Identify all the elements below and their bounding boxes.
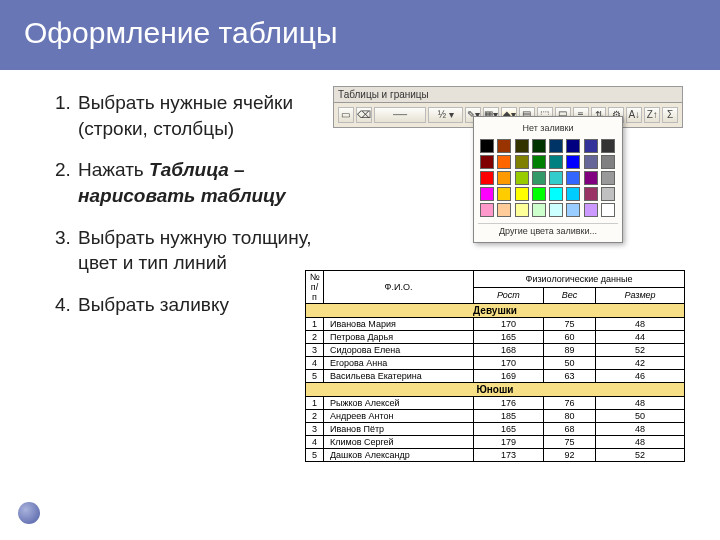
color-swatch[interactable]: [532, 155, 546, 169]
table-row: 3Сидорова Елена1688952: [306, 344, 685, 357]
color-swatch[interactable]: [480, 139, 494, 153]
color-swatch[interactable]: [532, 203, 546, 217]
step-item: Выбрать нужную толщину, цвет и тип линий: [76, 225, 313, 276]
color-swatch[interactable]: [566, 139, 580, 153]
cell-s: 48: [596, 318, 685, 331]
cell-w: 63: [543, 370, 595, 383]
color-swatch[interactable]: [532, 171, 546, 185]
cell-s: 44: [596, 331, 685, 344]
cell-fio: Иванова Мария: [324, 318, 474, 331]
color-swatch[interactable]: [601, 155, 615, 169]
cell-num: 2: [306, 331, 324, 344]
color-swatch[interactable]: [566, 155, 580, 169]
color-swatch[interactable]: [549, 155, 563, 169]
cell-h: 176: [474, 397, 544, 410]
cell-w: 92: [543, 449, 595, 462]
table-row: 1Рыжков Алексей1767648: [306, 397, 685, 410]
cell-fio: Андреев Антон: [324, 410, 474, 423]
color-swatch[interactable]: [480, 171, 494, 185]
color-swatch[interactable]: [497, 155, 511, 169]
col-height: Рост: [474, 287, 544, 304]
step-item: Выбрать заливку: [76, 292, 313, 318]
cell-h: 170: [474, 357, 544, 370]
table-row: 4Егорова Анна1705042: [306, 357, 685, 370]
color-swatch[interactable]: [515, 139, 529, 153]
table-row: 5Васильева Екатерина1696346: [306, 370, 685, 383]
color-swatch[interactable]: [584, 171, 598, 185]
cell-w: 75: [543, 318, 595, 331]
color-swatch[interactable]: [584, 203, 598, 217]
color-swatch[interactable]: [497, 139, 511, 153]
cell-s: 48: [596, 436, 685, 449]
cell-fio: Васильева Екатерина: [324, 370, 474, 383]
color-swatch[interactable]: [515, 187, 529, 201]
eraser-icon[interactable]: ⌫: [356, 107, 372, 123]
color-swatch[interactable]: [549, 139, 563, 153]
col-num: № п/п: [306, 271, 324, 304]
line-style-select[interactable]: ──: [374, 107, 426, 123]
cell-fio: Климов Сергей: [324, 436, 474, 449]
color-swatch[interactable]: [584, 139, 598, 153]
color-swatch[interactable]: [480, 155, 494, 169]
cell-w: 76: [543, 397, 595, 410]
color-swatch[interactable]: [497, 187, 511, 201]
cell-h: 165: [474, 423, 544, 436]
color-swatch[interactable]: [532, 187, 546, 201]
color-swatch[interactable]: [566, 203, 580, 217]
step-item: Выбрать нужные ячейки (строки, столбцы): [76, 90, 313, 141]
cell-num: 2: [306, 410, 324, 423]
cell-w: 89: [543, 344, 595, 357]
cell-num: 5: [306, 370, 324, 383]
cell-w: 50: [543, 357, 595, 370]
color-swatch[interactable]: [566, 187, 580, 201]
cell-num: 1: [306, 397, 324, 410]
sort-desc-icon[interactable]: Z↑: [644, 107, 660, 123]
color-swatch[interactable]: [515, 171, 529, 185]
draw-table-icon[interactable]: ▭: [338, 107, 354, 123]
table-row: 3Иванов Пётр1656848: [306, 423, 685, 436]
cell-fio: Петрова Дарья: [324, 331, 474, 344]
color-swatch[interactable]: [515, 203, 529, 217]
color-swatch[interactable]: [549, 203, 563, 217]
tables-borders-toolbar: Таблицы и границы ▭ ⌫ ── ½ ▾ ✎▾ ▦▾ ◆▾ ▤ …: [333, 86, 683, 128]
color-swatch[interactable]: [497, 171, 511, 185]
cell-h: 168: [474, 344, 544, 357]
sort-asc-icon[interactable]: A↓: [626, 107, 642, 123]
color-swatch[interactable]: [601, 203, 615, 217]
cell-num: 3: [306, 344, 324, 357]
cell-s: 46: [596, 370, 685, 383]
color-swatch[interactable]: [480, 203, 494, 217]
cell-h: 179: [474, 436, 544, 449]
fill-color-popup: Нет заливки Другие цвета заливки...: [473, 116, 623, 243]
cell-h: 173: [474, 449, 544, 462]
cell-s: 48: [596, 423, 685, 436]
color-swatch[interactable]: [601, 171, 615, 185]
color-swatch[interactable]: [601, 139, 615, 153]
cell-fio: Дашков Александр: [324, 449, 474, 462]
color-swatch[interactable]: [515, 155, 529, 169]
autosum-icon[interactable]: Σ: [662, 107, 678, 123]
color-swatch[interactable]: [549, 171, 563, 185]
line-weight-select[interactable]: ½ ▾: [428, 107, 463, 123]
group-label: Юноши: [306, 383, 685, 397]
cell-w: 68: [543, 423, 595, 436]
color-swatch[interactable]: [584, 187, 598, 201]
cell-w: 80: [543, 410, 595, 423]
color-swatch[interactable]: [497, 203, 511, 217]
cell-fio: Сидорова Елена: [324, 344, 474, 357]
color-swatch[interactable]: [480, 187, 494, 201]
cell-num: 1: [306, 318, 324, 331]
color-swatch[interactable]: [601, 187, 615, 201]
color-swatch[interactable]: [532, 139, 546, 153]
color-swatch[interactable]: [584, 155, 598, 169]
cell-h: 169: [474, 370, 544, 383]
more-colors-option[interactable]: Другие цвета заливки...: [478, 223, 618, 238]
no-fill-option[interactable]: Нет заливки: [478, 121, 618, 137]
color-swatch[interactable]: [549, 187, 563, 201]
color-swatch[interactable]: [566, 171, 580, 185]
cell-s: 42: [596, 357, 685, 370]
cell-fio: Рыжков Алексей: [324, 397, 474, 410]
cell-s: 52: [596, 449, 685, 462]
col-size: Размер: [596, 287, 685, 304]
cell-fio: Егорова Анна: [324, 357, 474, 370]
